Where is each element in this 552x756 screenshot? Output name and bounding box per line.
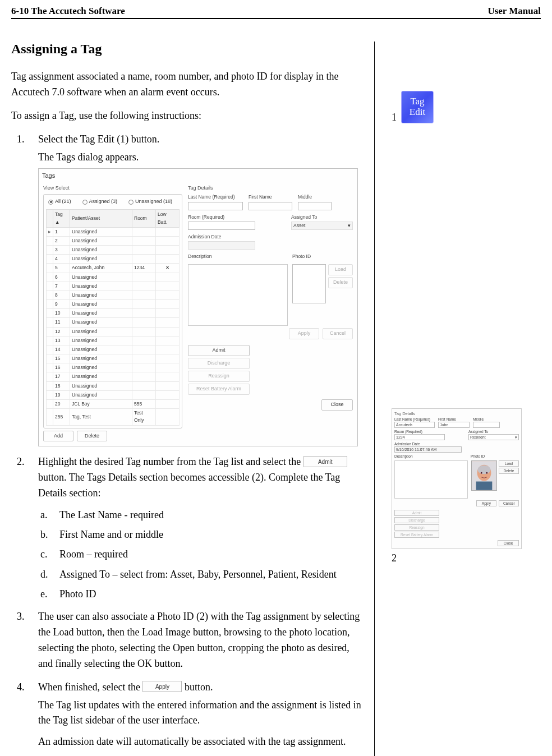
sp-description-textarea[interactable] — [394, 460, 468, 499]
table-row[interactable]: 7Unassigned — [47, 282, 180, 291]
step-3: 3. The user can also associate a Photo I… — [38, 609, 363, 672]
radio-all[interactable]: All (21) — [48, 198, 71, 206]
add-button[interactable]: Add — [43, 431, 73, 442]
table-row[interactable]: 14Unassigned — [47, 345, 180, 354]
photo-delete-button[interactable]: Delete — [328, 277, 353, 288]
table-row[interactable]: 11Unassigned — [47, 318, 180, 327]
table-cell: 20 — [53, 399, 70, 408]
table-row[interactable]: 4Unassigned — [47, 255, 180, 264]
table-row[interactable]: 18Unassigned — [47, 381, 180, 390]
photo-load-button[interactable]: Load — [328, 264, 353, 275]
table-row[interactable]: 9Unassigned — [47, 300, 180, 309]
admit-button[interactable]: Admit — [188, 345, 250, 356]
apply-button[interactable]: Apply — [289, 328, 319, 339]
sp-middle-input[interactable] — [473, 422, 500, 428]
assigned-to-select[interactable]: Asset▾ — [291, 222, 353, 230]
table-row[interactable]: 15Unassigned — [47, 354, 180, 363]
table-row[interactable]: 255Tag, TestTest Only — [47, 409, 180, 425]
sp-room-input[interactable]: 1234 — [394, 434, 445, 440]
table-row[interactable]: 6Unassigned — [47, 273, 180, 282]
sp-first-input[interactable]: John — [438, 422, 470, 428]
sp-cancel-button[interactable]: Cancel — [499, 500, 519, 506]
sp-reassign-button[interactable]: Reassign — [394, 524, 439, 531]
photo-id-label: Photo ID — [292, 253, 353, 260]
step-1-text: Select the Tag Edit (1) button. — [38, 133, 159, 145]
table-row[interactable]: 3Unassigned — [47, 246, 180, 255]
table-cell: 1234 — [132, 264, 156, 273]
sp-reset-button[interactable]: Reset Battery Alarm — [394, 532, 439, 538]
room-input[interactable] — [188, 222, 255, 230]
table-row[interactable]: 16Unassigned — [47, 363, 180, 372]
reassign-button[interactable]: Reassign — [188, 371, 250, 382]
radio-assigned[interactable]: Assigned (3) — [82, 198, 118, 206]
discharge-button[interactable]: Discharge — [188, 358, 250, 369]
table-cell: Unassigned — [70, 363, 132, 372]
assigned-to-value: Asset — [293, 222, 305, 229]
table-cell: Unassigned — [70, 300, 132, 309]
sp-close-button[interactable]: Close — [498, 540, 519, 546]
table-cell — [132, 236, 156, 245]
table-cell: Unassigned — [70, 381, 132, 390]
svg-point-3 — [481, 472, 482, 474]
first-name-input[interactable] — [249, 202, 292, 210]
tag-edit-icon[interactable]: Tag Edit — [401, 91, 434, 123]
table-row[interactable]: 20JCL Boy555 — [47, 399, 180, 408]
table-cell — [47, 336, 53, 345]
radio-all-icon — [48, 200, 53, 205]
assigned-to-label: Assigned To — [291, 214, 353, 221]
close-button[interactable]: Close — [321, 399, 353, 411]
sp-photo-delete-button[interactable]: Delete — [499, 468, 519, 474]
sp-discharge-button[interactable]: Discharge — [394, 517, 439, 523]
table-row[interactable]: 13Unassigned — [47, 336, 180, 345]
view-select-label: View Select — [43, 185, 182, 192]
room-label: Room (Required) — [188, 214, 255, 221]
tag-table[interactable]: Tag ▲ Patient/Asset Room Low Batt. ▸1Una… — [46, 209, 180, 425]
section-title: Assigning a Tag — [11, 42, 363, 57]
description-textarea[interactable] — [188, 264, 288, 326]
table-cell — [156, 246, 180, 255]
delete-button[interactable]: Delete — [77, 431, 107, 442]
table-row[interactable]: 17Unassigned — [47, 372, 180, 381]
step-2a-letter: a. — [40, 508, 48, 522]
table-cell — [132, 327, 156, 336]
sp-apply-button[interactable]: Apply — [476, 500, 496, 506]
table-row[interactable]: 19Unassigned — [47, 390, 180, 399]
table-cell: 4 — [53, 255, 70, 264]
last-name-input[interactable] — [188, 202, 243, 210]
middle-input[interactable] — [298, 202, 332, 210]
radio-unassigned[interactable]: Unassigned (18) — [128, 198, 172, 206]
table-cell — [47, 282, 53, 291]
tag-edit-icon-line1: Tag — [410, 96, 425, 107]
table-cell: Unassigned — [70, 354, 132, 363]
sp-admission-label: Admission Date — [394, 442, 462, 446]
photo-preview — [292, 264, 326, 303]
table-cell: 9 — [53, 300, 70, 309]
table-row[interactable]: 2Unassigned — [47, 236, 180, 245]
table-row[interactable]: 5Accutech, John1234X — [47, 264, 180, 273]
table-cell — [156, 327, 180, 336]
table-cell — [132, 318, 156, 327]
sp-photo-load-button[interactable]: Load — [499, 460, 519, 467]
sp-assigned-select[interactable]: Resident▾ — [468, 434, 519, 440]
radio-all-label: All (21) — [55, 198, 71, 206]
table-row[interactable]: ▸1Unassigned — [47, 227, 180, 236]
reset-battery-button[interactable]: Reset Battery Alarm — [188, 384, 250, 395]
cancel-button[interactable]: Cancel — [323, 328, 353, 339]
table-cell — [47, 409, 53, 425]
inline-apply-button[interactable]: Apply — [142, 681, 182, 692]
sp-last-input[interactable]: Accutech — [394, 422, 435, 428]
table-cell: Unassigned — [70, 345, 132, 354]
step-2b-letter: b. — [40, 528, 48, 542]
table-cell — [156, 399, 180, 408]
table-cell — [47, 291, 53, 299]
table-row[interactable]: 8Unassigned — [47, 291, 180, 299]
sp-admit-button[interactable]: Admit — [394, 510, 439, 516]
inline-admit-button[interactable]: Admit — [303, 456, 347, 467]
table-row[interactable]: 10Unassigned — [47, 309, 180, 318]
table-cell — [47, 390, 53, 399]
radio-unassigned-icon — [128, 200, 134, 205]
table-cell: Unassigned — [70, 291, 132, 299]
table-row[interactable]: 12Unassigned — [47, 327, 180, 336]
table-cell — [156, 282, 180, 291]
table-cell: 17 — [53, 372, 70, 381]
